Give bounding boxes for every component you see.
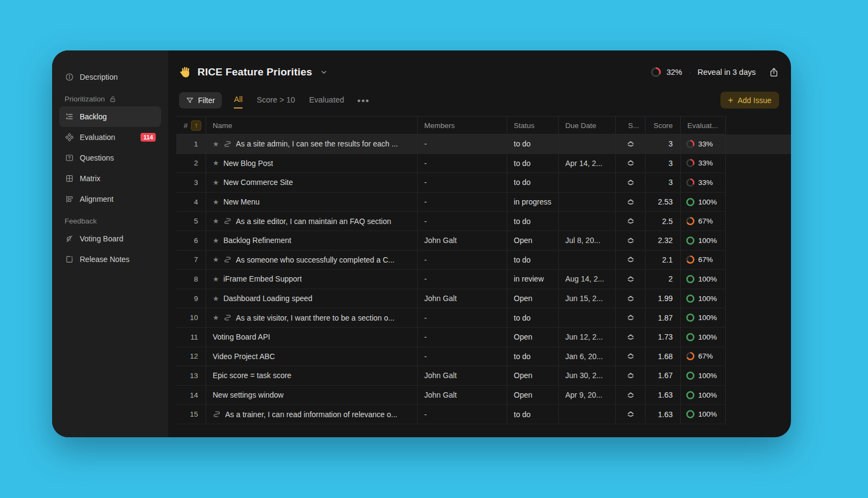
star-icon[interactable]: ★: [213, 159, 219, 167]
sidebar-item-description[interactable]: Description: [59, 67, 161, 87]
due-date-cell[interactable]: Aug 14, 2...: [559, 270, 616, 289]
status-cell[interactable]: to do: [507, 405, 559, 424]
column-header-evaluat[interactable]: Evaluat...: [681, 116, 726, 135]
issue-name-cell[interactable]: ★Dashboard Loading speed: [206, 289, 418, 309]
members-cell[interactable]: -: [418, 270, 507, 289]
star-icon[interactable]: ★: [213, 295, 219, 303]
source-cell[interactable]: [616, 386, 646, 405]
members-cell[interactable]: -: [418, 308, 507, 328]
source-cell[interactable]: [616, 193, 646, 212]
members-cell[interactable]: John Galt: [418, 231, 507, 251]
issue-name-cell[interactable]: As a trainer, I can read information of …: [206, 405, 418, 424]
table-row[interactable]: 7 ★As someone who successfully completed…: [176, 251, 791, 270]
due-date-cell[interactable]: [559, 135, 616, 154]
status-cell[interactable]: Open: [507, 328, 559, 347]
members-cell[interactable]: John Galt: [418, 289, 507, 309]
issue-name-cell[interactable]: Video Project ABC: [206, 347, 418, 367]
due-date-cell[interactable]: Jan 6, 20...: [559, 347, 616, 367]
issue-name-cell[interactable]: New settings window: [206, 386, 418, 405]
members-cell[interactable]: John Galt: [418, 366, 507, 386]
share-icon[interactable]: [769, 67, 779, 78]
status-cell[interactable]: in review: [507, 270, 559, 289]
table-row[interactable]: 9 ★Dashboard Loading speed John Galt Ope…: [176, 289, 791, 309]
issue-name-cell[interactable]: ★Backlog Refinement: [206, 231, 418, 251]
members-cell[interactable]: -: [418, 154, 507, 174]
column-header-score[interactable]: Score: [646, 116, 681, 135]
due-date-cell[interactable]: Apr 9, 20...: [559, 386, 616, 405]
sidebar-item-evaluation[interactable]: Evaluation114: [59, 127, 161, 148]
status-cell[interactable]: to do: [507, 212, 559, 231]
more-options-icon[interactable]: ●●●: [357, 97, 369, 104]
sidebar-item-release-notes[interactable]: Release Notes: [59, 249, 161, 270]
source-cell[interactable]: [616, 135, 646, 154]
table-row[interactable]: 2 ★New Blog Post - to do Apr 14, 2... 3 …: [176, 154, 791, 174]
status-cell[interactable]: to do: [507, 154, 559, 174]
star-icon[interactable]: ★: [213, 256, 219, 264]
filter-tab-all[interactable]: All: [234, 92, 242, 108]
status-cell[interactable]: Open: [507, 386, 559, 405]
due-date-cell[interactable]: [559, 405, 616, 424]
members-cell[interactable]: -: [418, 173, 507, 193]
filter-tab-score-10[interactable]: Score > 10: [257, 92, 295, 108]
star-icon[interactable]: ★: [213, 178, 219, 187]
members-cell[interactable]: -: [418, 347, 507, 367]
due-date-cell[interactable]: [559, 173, 616, 193]
issue-name-cell[interactable]: ★As someone who successfully completed a…: [206, 251, 418, 270]
issue-name-cell[interactable]: ★New Blog Post: [206, 154, 418, 174]
table-row[interactable]: 10 ★As a site visitor, I want there to b…: [176, 308, 791, 328]
column-header-duedate[interactable]: Due Date: [559, 116, 616, 135]
status-cell[interactable]: to do: [507, 135, 559, 154]
column-header-status[interactable]: Status: [507, 116, 559, 135]
sort-ascending-icon[interactable]: ↑: [191, 120, 201, 131]
table-row[interactable]: 11 Voting Board API - Open Jun 12, 2... …: [176, 328, 791, 347]
due-date-cell[interactable]: Jun 30, 2...: [559, 366, 616, 386]
source-cell[interactable]: [616, 270, 646, 289]
issue-name-cell[interactable]: ★New Menu: [206, 193, 418, 212]
column-header-members[interactable]: Members: [418, 116, 507, 135]
table-row[interactable]: 14 New settings window John Galt Open Ap…: [176, 386, 791, 405]
sidebar-item-voting-board[interactable]: Voting Board: [59, 228, 161, 249]
sidebar-item-questions[interactable]: Questions: [59, 148, 161, 168]
due-date-cell[interactable]: [559, 251, 616, 270]
source-cell[interactable]: [616, 308, 646, 328]
due-date-cell[interactable]: Jul 8, 20...: [559, 231, 616, 251]
source-cell[interactable]: [616, 328, 646, 347]
status-cell[interactable]: Open: [507, 366, 559, 386]
status-cell[interactable]: to do: [507, 308, 559, 328]
source-cell[interactable]: [616, 154, 646, 174]
source-cell[interactable]: [616, 231, 646, 251]
sidebar-item-backlog[interactable]: Backlog: [59, 106, 161, 127]
due-date-cell[interactable]: Jun 15, 2...: [559, 289, 616, 309]
source-cell[interactable]: [616, 212, 646, 231]
source-cell[interactable]: [616, 173, 646, 193]
star-icon[interactable]: ★: [213, 140, 219, 148]
status-cell[interactable]: to do: [507, 173, 559, 193]
table-row[interactable]: 6 ★Backlog Refinement John Galt Open Jul…: [176, 231, 791, 251]
due-date-cell[interactable]: Jun 12, 2...: [559, 328, 616, 347]
issue-name-cell[interactable]: Voting Board API: [206, 328, 418, 347]
table-row[interactable]: 3 ★New Commerce Site - to do 3 33%: [176, 173, 791, 193]
status-cell[interactable]: to do: [507, 251, 559, 270]
members-cell[interactable]: -: [418, 212, 507, 231]
sidebar-item-matrix[interactable]: Matrix: [59, 168, 161, 189]
star-icon[interactable]: ★: [213, 275, 219, 283]
due-date-cell[interactable]: [559, 212, 616, 231]
source-cell[interactable]: [616, 347, 646, 367]
column-header-name[interactable]: Name: [206, 116, 418, 135]
table-row[interactable]: 13 Epic score = task score John Galt Ope…: [176, 366, 791, 386]
issue-name-cell[interactable]: ★New Commerce Site: [206, 173, 418, 193]
star-icon[interactable]: ★: [213, 314, 219, 322]
due-date-cell[interactable]: [559, 193, 616, 212]
status-cell[interactable]: to do: [507, 347, 559, 367]
star-icon[interactable]: ★: [213, 237, 219, 245]
status-cell[interactable]: Open: [507, 289, 559, 309]
members-cell[interactable]: -: [418, 328, 507, 347]
issue-name-cell[interactable]: ★As a site visitor, I want there to be a…: [206, 308, 418, 328]
table-row[interactable]: 4 ★New Menu - in progress 2.53 100%: [176, 193, 791, 212]
source-cell[interactable]: [616, 405, 646, 424]
filter-button[interactable]: Filter: [179, 92, 222, 108]
members-cell[interactable]: John Galt: [418, 386, 507, 405]
sidebar-item-alignment[interactable]: Alignment: [59, 189, 161, 209]
source-cell[interactable]: [616, 251, 646, 270]
issue-name-cell[interactable]: ★As a site admin, I can see the results …: [206, 135, 418, 154]
